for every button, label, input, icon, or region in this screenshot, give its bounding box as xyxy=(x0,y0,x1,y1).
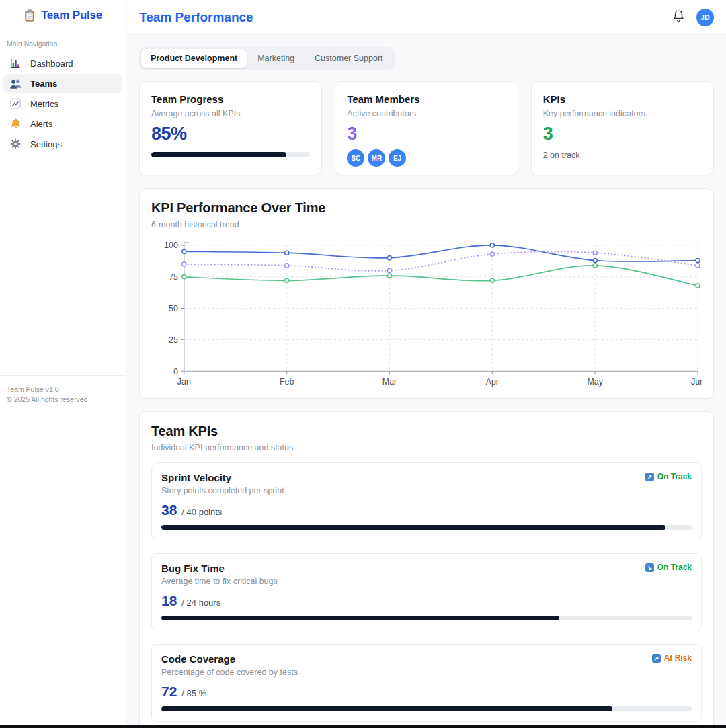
kpi-value: 72 xyxy=(161,684,177,700)
kpi-description: Story points completed per sprint xyxy=(161,486,692,495)
kpi-item-sprint-velocity: Sprint Velocity ↗ On Track Story points … xyxy=(151,462,702,540)
kpi-progress-bar xyxy=(161,525,692,530)
notification-bell-icon xyxy=(672,9,685,25)
status-label: On Track xyxy=(657,472,692,481)
avatar: MR xyxy=(368,149,385,167)
kpi-target: / 85 % xyxy=(182,688,206,698)
kpi-head: Code Coverage ↗ At Risk xyxy=(161,653,692,665)
card-subtitle: Key performance indicators xyxy=(543,109,702,118)
kpi-chart-card: KPI Performance Over Time 6-month histor… xyxy=(139,188,714,399)
svg-text:Mar: Mar xyxy=(382,377,397,387)
kpi-description: Average time to fix critical bugs xyxy=(161,577,692,586)
card-subtitle: Average across all KPIs xyxy=(151,109,310,118)
kpi-head: Sprint Velocity ↗ On Track xyxy=(161,472,692,483)
line-chart-icon xyxy=(9,97,22,110)
team-pulse-app: Team Pulse Main Navigation Dashboard xyxy=(0,0,726,728)
kpi-section-subtitle: Individual KPI performance and status xyxy=(151,443,702,452)
main-area: Team Performance JD Product Development xyxy=(127,0,726,728)
card-subtitle: Active contributors xyxy=(347,109,506,118)
stat-cards-row: Team Progress Average across all KPIs 85… xyxy=(139,81,714,175)
gear-icon xyxy=(9,138,22,150)
kpi-line-chart: 0255075100JanFebMarAprMayJun xyxy=(151,237,702,390)
top-header: Team Performance JD xyxy=(127,0,726,35)
kpi-name: Sprint Velocity xyxy=(161,472,231,483)
svg-text:Feb: Feb xyxy=(280,377,294,387)
app-logo[interactable]: Team Pulse xyxy=(0,0,126,29)
kpi-value: 18 xyxy=(161,593,177,609)
kpi-progress-bar xyxy=(161,706,692,711)
bar-chart-icon xyxy=(9,57,22,69)
kpi-name: Bug Fix Time xyxy=(161,563,225,574)
kpi-name: Code Coverage xyxy=(161,653,235,665)
kpis-count: 3 xyxy=(543,124,702,145)
sidebar-item-label: Alerts xyxy=(30,119,52,129)
header-actions: JD xyxy=(672,9,714,26)
member-avatars: SC MR EJ xyxy=(347,149,506,167)
sidebar-item-metrics[interactable]: Metrics xyxy=(3,94,122,113)
sidebar-item-teams[interactable]: Teams xyxy=(3,74,122,93)
bell-icon xyxy=(9,118,22,130)
card-title: Team Members xyxy=(347,93,506,105)
app-name: Team Pulse xyxy=(41,9,102,22)
kpi-progress-bar xyxy=(161,616,692,620)
team-progress-value: 85% xyxy=(151,124,310,145)
status-badge: ↗ At Risk xyxy=(652,653,692,663)
chart-subtitle: 6-month historical trend xyxy=(151,220,702,229)
sidebar-item-label: Metrics xyxy=(30,99,58,109)
kpi-section-title: Team KPIs xyxy=(151,423,702,439)
sidebar-item-alerts[interactable]: Alerts xyxy=(3,114,122,133)
kpi-progress-bar-fill xyxy=(161,616,559,620)
team-progress-bar xyxy=(151,152,310,157)
status-label: On Track xyxy=(657,563,692,572)
tab-marketing[interactable]: Marketing xyxy=(248,49,304,68)
avatar: EJ xyxy=(389,149,406,167)
sidebar: Team Pulse Main Navigation Dashboard xyxy=(0,0,126,728)
kpi-value-row: 38 / 40 points xyxy=(161,502,692,518)
svg-text:75: 75 xyxy=(169,272,178,282)
team-kpis-card: Team KPIs Individual KPI performance and… xyxy=(139,411,714,728)
svg-text:May: May xyxy=(587,377,603,387)
kpi-item-code-coverage: Code Coverage ↗ At Risk Percentage of co… xyxy=(151,644,702,722)
svg-text:0: 0 xyxy=(173,367,178,376)
avatar: SC xyxy=(347,149,364,167)
team-progress-bar-fill xyxy=(151,152,286,157)
card-title: Team Progress xyxy=(151,93,310,105)
clipboard-icon xyxy=(24,9,36,22)
sidebar-item-dashboard[interactable]: Dashboard xyxy=(3,54,122,73)
status-badge: ↘ On Track xyxy=(645,563,692,572)
tab-product-development[interactable]: Product Development xyxy=(141,49,247,68)
kpi-value: 38 xyxy=(161,502,177,518)
status-badge: ↗ On Track xyxy=(645,472,692,481)
bottom-strip xyxy=(0,725,726,728)
kpi-progress-bar-fill xyxy=(161,525,666,530)
trend-up-icon: ↗ xyxy=(645,473,654,481)
sidebar-item-settings[interactable]: Settings xyxy=(3,134,122,153)
kpis-count-card: KPIs Key performance indicators 3 2 on t… xyxy=(531,81,714,175)
kpis-on-track-note: 2 on track xyxy=(543,151,702,160)
tab-customer-support[interactable]: Customer Support xyxy=(305,49,392,68)
kpi-target: / 40 points xyxy=(182,507,222,517)
sidebar-footer: Team Pulse v1.0 © 2025 All rights reserv… xyxy=(0,375,126,413)
team-tabs: Product Development Marketing Customer S… xyxy=(139,47,395,70)
kpi-target: / 24 hours xyxy=(182,598,220,608)
sidebar-item-label: Teams xyxy=(30,79,57,89)
kpi-value-row: 18 / 24 hours xyxy=(161,593,692,609)
team-members-count: 3 xyxy=(347,124,506,145)
sidebar-item-label: Settings xyxy=(30,139,62,149)
svg-text:Jun: Jun xyxy=(691,377,702,387)
kpi-item-bug-fix-time: Bug Fix Time ↘ On Track Average time to … xyxy=(151,553,702,631)
kpi-progress-bar-fill xyxy=(161,706,612,711)
team-members-card: Team Members Active contributors 3 SC MR… xyxy=(335,81,518,175)
kpi-description: Percentage of code covered by tests xyxy=(161,668,692,677)
kpi-value-row: 72 / 85 % xyxy=(161,684,692,700)
card-title: KPIs xyxy=(543,93,702,105)
svg-text:50: 50 xyxy=(169,304,178,313)
chart-title: KPI Performance Over Time xyxy=(151,200,702,216)
trend-down-icon: ↘ xyxy=(645,563,654,572)
people-icon xyxy=(9,77,22,89)
status-label: At Risk xyxy=(664,653,692,663)
notifications-button[interactable] xyxy=(672,9,685,25)
page-title: Team Performance xyxy=(139,10,253,25)
sidebar-item-label: Dashboard xyxy=(30,58,73,69)
user-avatar[interactable]: JD xyxy=(696,9,714,26)
